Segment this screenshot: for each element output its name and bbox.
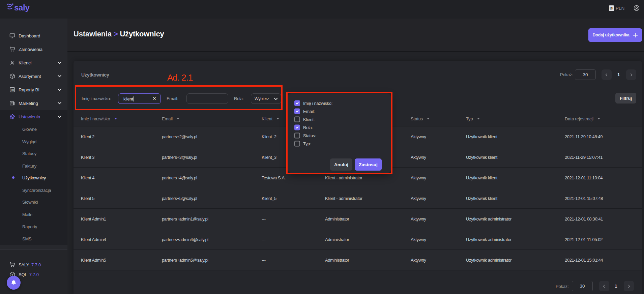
svg-text:Bi: Bi <box>11 88 14 92</box>
